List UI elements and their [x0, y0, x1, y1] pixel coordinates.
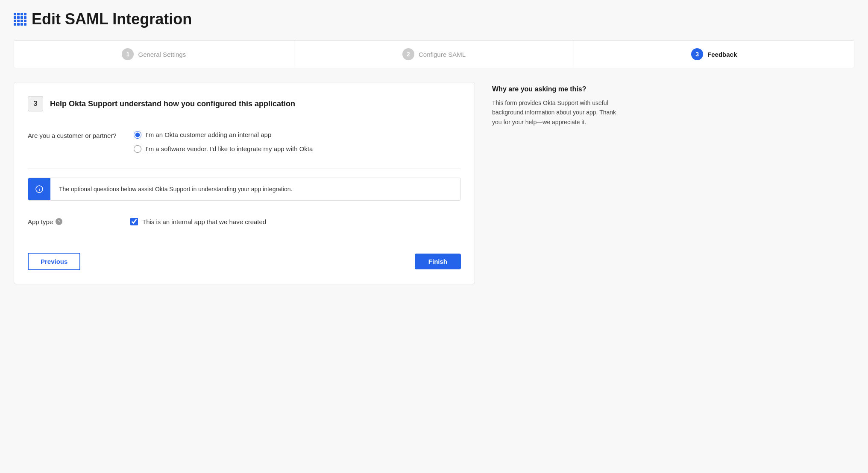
- internal-app-checkbox[interactable]: [130, 218, 138, 225]
- page-title-area: Edit SAML Integration: [14, 10, 854, 28]
- step-1[interactable]: 1 General Settings: [14, 41, 294, 68]
- step-badge: 3: [28, 96, 43, 111]
- sidebar-text: This form provides Okta Support with use…: [492, 98, 620, 127]
- feedback-card: 3 Help Okta Support understand how you c…: [14, 82, 475, 284]
- card-header: 3 Help Okta Support understand how you c…: [28, 96, 461, 111]
- checkbox-label: This is an internal app that we have cre…: [142, 218, 266, 225]
- svg-text:i: i: [38, 187, 40, 192]
- radio-okta-customer[interactable]: [134, 131, 141, 139]
- help-icon[interactable]: ?: [56, 218, 62, 225]
- main-layout: 3 Help Okta Support understand how you c…: [14, 82, 854, 284]
- app-type-label-area: App type ?: [28, 218, 113, 225]
- step-3-number: 3: [691, 48, 703, 60]
- question-label: Are you a customer or partner?: [28, 130, 117, 139]
- step-2-number: 2: [402, 48, 414, 60]
- radio-software-vendor[interactable]: [134, 145, 141, 153]
- step-1-number: 1: [122, 48, 134, 60]
- step-3[interactable]: 3 Feedback: [574, 41, 854, 68]
- info-icon: i: [28, 178, 50, 200]
- radio-option-2[interactable]: I'm a software vendor. I'd like to integ…: [134, 144, 313, 153]
- radio-label-2: I'm a software vendor. I'd like to integ…: [146, 144, 313, 153]
- step-1-label: General Settings: [138, 51, 186, 58]
- app-type-row: App type ? This is an internal app that …: [28, 211, 461, 232]
- action-row: Previous Finish: [28, 246, 461, 270]
- radio-group: I'm an Okta customer adding an internal …: [134, 130, 313, 153]
- step-2-label: Configure SAML: [419, 51, 466, 58]
- previous-button[interactable]: Previous: [28, 253, 80, 270]
- radio-option-1[interactable]: I'm an Okta customer adding an internal …: [134, 130, 313, 139]
- customer-partner-row: Are you a customer or partner? I'm an Ok…: [28, 123, 461, 160]
- step-2[interactable]: 2 Configure SAML: [294, 41, 575, 68]
- sidebar-title: Why are you asking me this?: [492, 85, 620, 93]
- step-3-label: Feedback: [707, 51, 737, 58]
- page-title: Edit SAML Integration: [32, 10, 192, 28]
- info-banner: i The optional questions below assist Ok…: [28, 178, 461, 201]
- divider: [28, 169, 461, 169]
- stepper: 1 General Settings 2 Configure SAML 3 Fe…: [14, 40, 854, 68]
- info-banner-text: The optional questions below assist Okta…: [50, 180, 301, 199]
- grid-icon: [14, 13, 26, 26]
- card-heading: Help Okta Support understand how you con…: [50, 99, 295, 108]
- finish-button[interactable]: Finish: [415, 254, 461, 269]
- sidebar: Why are you asking me this? This form pr…: [492, 82, 620, 127]
- app-type-label: App type: [28, 218, 53, 225]
- radio-label-1: I'm an Okta customer adding an internal …: [146, 130, 272, 139]
- checkbox-option[interactable]: This is an internal app that we have cre…: [130, 218, 266, 225]
